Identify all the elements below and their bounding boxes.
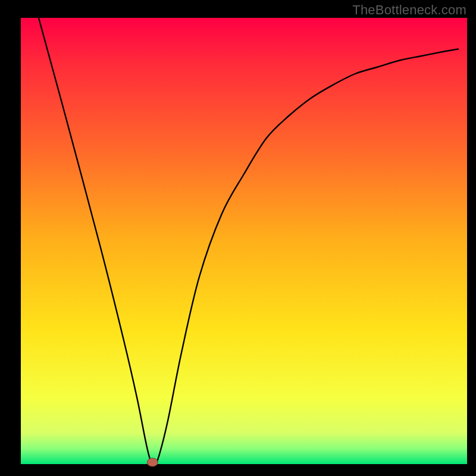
- chart-container: TheBottleneck.com: [0, 0, 476, 476]
- chart-svg: [0, 0, 476, 476]
- plot-area: [21, 18, 467, 464]
- optimal-point-marker: [147, 458, 158, 466]
- watermark-label: TheBottleneck.com: [352, 2, 466, 18]
